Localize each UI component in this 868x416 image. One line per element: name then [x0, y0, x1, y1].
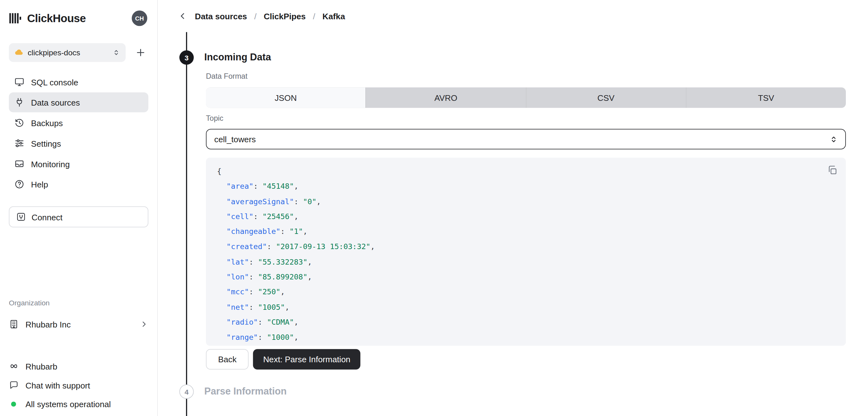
sidebar-item-help[interactable]: Help [9, 174, 148, 194]
plug-icon [14, 97, 25, 107]
system-status-label: All systems operational [26, 399, 111, 409]
incoming-data-form: Data Format JSON AVRO CSV TSV Topic cell… [206, 72, 846, 370]
sidebar-item-label: Help [31, 180, 48, 189]
code-line: changeable: 1, [217, 224, 835, 239]
sidebar-item-settings[interactable]: Settings [9, 133, 148, 153]
sidebar-item-sql-console[interactable]: SQL console [9, 72, 148, 92]
code-line: area: 45148, [217, 179, 835, 194]
stepper-line [186, 32, 187, 416]
terminal-icon [14, 77, 25, 87]
breadcrumb-item-clickpipes[interactable]: ClickPipes [264, 11, 306, 21]
back-chevron-button[interactable] [178, 11, 188, 21]
chevron-right-icon [140, 320, 148, 329]
topic-select[interactable]: cell_towers [206, 129, 846, 150]
chevron-up-down-icon [112, 49, 120, 57]
clickhouse-logo-icon [9, 12, 22, 25]
code-line: mcc: 250, [217, 285, 835, 300]
code-line: created: 2017-09-13 15:03:32, [217, 239, 835, 254]
service-selector[interactable]: clickpipes-docs [9, 43, 126, 62]
code-line: lon: 85.899208, [217, 269, 835, 285]
breadcrumb-item-kafka: Kafka [322, 11, 345, 21]
sidebar-item-label: Data sources [31, 98, 80, 107]
sidebar-item-label: Backups [31, 118, 63, 128]
code-line: cell: 25456, [217, 209, 835, 224]
sliders-icon [14, 138, 25, 149]
sidebar-item-backups[interactable]: Backups [9, 113, 148, 133]
breadcrumb-separator: / [254, 11, 256, 21]
breadcrumb: Data sources / ClickPipes / Kafka [158, 0, 868, 21]
topic-selected-value: cell_towers [214, 134, 256, 144]
inbox-icon [14, 159, 25, 169]
sidebar-item-label: Monitoring [31, 159, 70, 168]
data-format-segmented-control: JSON AVRO CSV TSV [206, 88, 846, 108]
connect-label: Connect [32, 212, 63, 222]
form-actions: Back Next: Parse Information [206, 349, 846, 370]
code-line: net: 1005, [217, 300, 835, 315]
main-panel: Data sources / ClickPipes / Kafka 3 Inco… [158, 0, 868, 416]
sidebar-item-data-sources[interactable]: Data sources [9, 92, 148, 112]
sidebar: ClickHouse CH clickpipes-docs [0, 0, 158, 416]
service-icon [14, 48, 23, 57]
status-green-dot-icon [11, 402, 16, 407]
service-row: clickpipes-docs [0, 43, 157, 62]
organization-section-label: Organization [0, 299, 157, 307]
copy-button[interactable] [827, 165, 838, 175]
format-tab-csv[interactable]: CSV [526, 88, 686, 108]
sidebar-footer: Rhubarb Chat with support All systems op… [0, 357, 157, 413]
breadcrumb-separator: / [313, 11, 315, 21]
message-preview-panel: { area: 45148, averageSignal: 0, cell: 2… [206, 158, 846, 346]
chat-icon [9, 380, 19, 390]
chat-support-label: Chat with support [26, 380, 90, 390]
brand: ClickHouse [9, 12, 86, 25]
format-tab-avro[interactable]: AVRO [365, 88, 525, 108]
next-parse-information-button[interactable]: Next: Parse Information [253, 349, 360, 370]
step-3-circle: 3 [179, 50, 194, 65]
code-line: averageSignal: 0, [217, 194, 835, 209]
format-tab-tsv[interactable]: TSV [686, 88, 846, 108]
breadcrumb-item-data-sources[interactable]: Data sources [195, 11, 247, 21]
sidebar-header: ClickHouse CH [0, 10, 157, 27]
building-icon [9, 319, 19, 329]
step-3-title: Incoming Data [204, 52, 271, 63]
user-avatar[interactable]: CH [132, 10, 147, 26]
system-status-link[interactable]: All systems operational [9, 394, 148, 413]
connect-button[interactable]: Connect [9, 206, 148, 228]
sidebar-item-label: Settings [31, 138, 61, 148]
add-service-button[interactable] [133, 45, 148, 60]
connect-icon [16, 212, 26, 222]
rhubarb-icon [9, 361, 19, 372]
sidebar-nav: SQL console Data sources Backups Setting… [0, 72, 157, 194]
code-line: range: 1000, [217, 330, 835, 345]
step-4-title: Parse Information [204, 386, 287, 397]
brand-name: ClickHouse [27, 12, 86, 25]
data-format-label: Data Format [206, 72, 846, 81]
chevron-up-down-icon [829, 135, 838, 143]
sidebar-item-label: SQL console [31, 77, 78, 87]
help-icon [14, 179, 25, 189]
chat-support-link[interactable]: Chat with support [9, 376, 148, 394]
code-line: radio: CDMA, [217, 315, 835, 330]
back-button[interactable]: Back [206, 349, 249, 370]
sidebar-item-monitoring[interactable]: Monitoring [9, 154, 148, 174]
service-name: clickpipes-docs [28, 48, 108, 57]
app-root: ClickHouse CH clickpipes-docs [0, 0, 868, 416]
code-line: lat: 55.332283, [217, 254, 835, 269]
history-icon [14, 118, 25, 128]
json-preview: { area: 45148, averageSignal: 0, cell: 2… [217, 164, 835, 345]
topic-label: Topic [206, 114, 846, 123]
step-4-circle: 4 [179, 384, 194, 399]
organization-name: Rhubarb Inc [26, 320, 71, 329]
format-tab-json[interactable]: JSON [206, 88, 365, 108]
organization-row[interactable]: Rhubarb Inc [9, 314, 148, 334]
code-line: { [217, 164, 835, 179]
workspace-link[interactable]: Rhubarb [9, 357, 148, 376]
workspace-label: Rhubarb [26, 362, 58, 371]
